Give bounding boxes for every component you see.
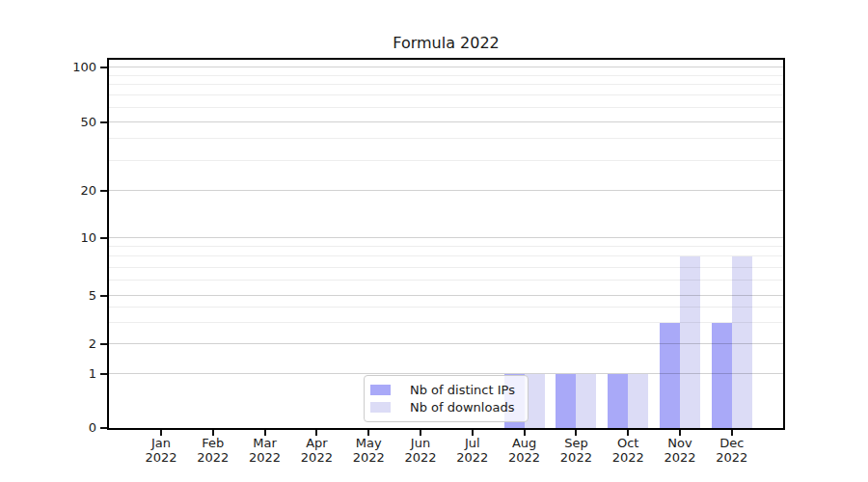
y-tick-100 [100, 67, 107, 68]
y-label-2: 2 [39, 336, 96, 352]
bar-nb-of-downloads-sep [576, 374, 596, 428]
gridline-minor-90 [109, 75, 783, 76]
y-label-5: 5 [39, 288, 96, 304]
gridline-major-2 [109, 343, 783, 344]
gridline-minor-9 [109, 246, 783, 247]
bar-nb-of-distinct-ips-nov [660, 323, 680, 428]
gridline-minor-7 [109, 267, 783, 268]
gridline-minor-3 [109, 322, 783, 323]
gridline-minor-30 [109, 160, 783, 161]
gridline-minor-70 [109, 94, 783, 95]
legend-swatch-distinct-ips-icon [370, 385, 391, 395]
gridline-minor-60 [109, 107, 783, 108]
y-label-0: 0 [39, 420, 96, 436]
y-tick-10 [100, 237, 107, 239]
legend-label-distinct-ips: Nb of distinct IPs [410, 383, 515, 397]
gridline-minor-40 [109, 138, 783, 139]
y-label-20: 20 [39, 183, 96, 199]
y-tick-50 [100, 121, 107, 123]
gridline-minor-8 [109, 255, 783, 256]
legend-label-downloads: Nb of downloads [410, 400, 514, 415]
legend-row-downloads: Nb of downloads [370, 399, 519, 416]
x-label-dec: Dec 2022 [693, 436, 771, 466]
bar-nb-of-distinct-ips-oct [608, 374, 628, 428]
chart-figure: Formula 2022 Jan 2022Feb 2022Mar 2022Apr… [0, 0, 868, 482]
y-label-1: 1 [39, 366, 96, 382]
bar-nb-of-distinct-ips-dec [712, 323, 732, 428]
gridline-major-5 [109, 295, 783, 296]
y-tick-1 [100, 373, 107, 375]
legend-row-distinct-ips: Nb of distinct IPs [370, 381, 519, 398]
y-label-50: 50 [39, 115, 96, 130]
gridline-major-50 [109, 121, 783, 122]
plot-canvas [109, 60, 783, 428]
bar-nb-of-distinct-ips-sep [556, 374, 576, 428]
gridline-major-20 [109, 190, 783, 191]
legend-swatch-downloads-icon [370, 402, 391, 413]
gridline-minor-80 [109, 84, 783, 85]
gridline-major-100 [109, 67, 783, 67]
y-tick-5 [100, 295, 107, 297]
y-tick-20 [100, 190, 107, 192]
bar-nb-of-downloads-oct [628, 374, 648, 428]
gridline-minor-4 [109, 307, 783, 308]
y-tick-2 [100, 343, 107, 345]
chart-title: Formula 2022 [109, 34, 783, 52]
gridline-major-10 [109, 237, 783, 238]
gridline-minor-6 [109, 280, 783, 281]
y-label-10: 10 [39, 230, 96, 246]
legend: Nb of distinct IPs Nb of downloads [364, 375, 529, 422]
y-label-100: 100 [39, 60, 96, 75]
y-tick-0 [100, 427, 107, 429]
